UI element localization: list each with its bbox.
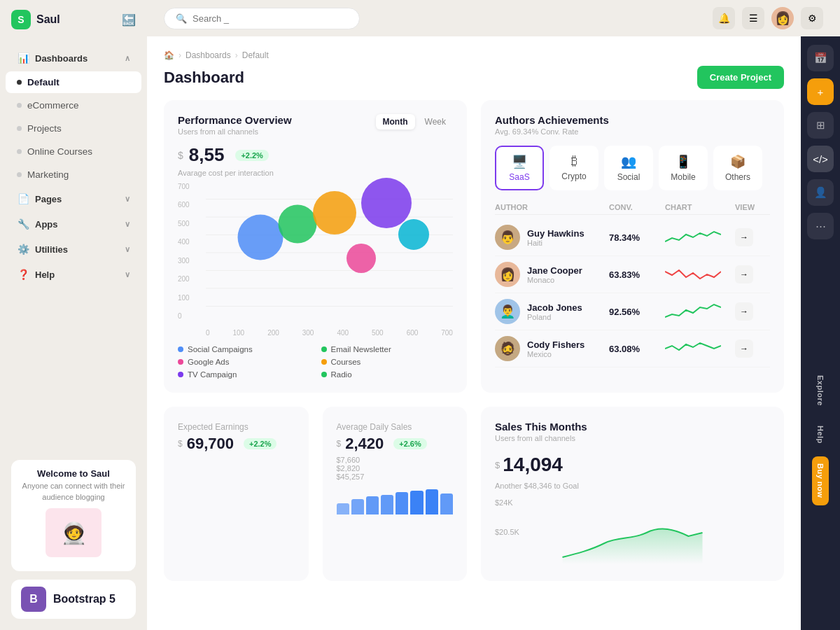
search-box[interactable]: 🔍 xyxy=(164,8,360,29)
explore-label[interactable]: Explore xyxy=(812,368,829,413)
sidebar-projects-label: Projects xyxy=(27,123,62,134)
back-icon[interactable]: 🔙 xyxy=(122,13,136,27)
tab-week[interactable]: Week xyxy=(418,114,453,130)
help-icon: ❓ xyxy=(17,268,29,281)
legend-tv: TV Campaign xyxy=(178,370,310,379)
y-high: $24K xyxy=(495,498,513,507)
tab-social[interactable]: 👥 Social xyxy=(604,146,653,190)
breadcrumb-default: Default xyxy=(242,50,269,60)
sidebar-default-label: Default xyxy=(27,77,59,88)
bubble-1 xyxy=(237,215,283,260)
breadcrumb-home-icon[interactable]: 🏠 xyxy=(164,50,174,60)
avatar-cody: 🧔 xyxy=(495,336,520,361)
user-avatar[interactable]: 👩 xyxy=(771,7,794,29)
sidebar-item-pages[interactable]: 📄 Pages ∨ xyxy=(6,187,141,211)
tab-mobile-label: Mobile xyxy=(671,172,695,182)
sidebar-item-online-courses[interactable]: Online Courses xyxy=(6,141,141,162)
sidebar-item-utilities[interactable]: ⚙️ Utilities ∨ xyxy=(6,237,141,261)
user-btn[interactable]: 👤 xyxy=(807,179,834,206)
mini-chart-4 xyxy=(665,339,735,358)
y-axis-labels: 700 600 500 400 300 200 100 0 xyxy=(178,183,190,320)
tab-social-label: Social xyxy=(617,172,640,182)
bar xyxy=(337,503,349,514)
menu-btn[interactable]: ☰ xyxy=(742,7,764,29)
grid-btn[interactable]: ⊞ xyxy=(807,112,834,139)
app-logo: S xyxy=(11,10,31,29)
author-country-3: Poland xyxy=(527,313,582,321)
legend-social: Social Campaigns xyxy=(178,345,310,354)
tab-month[interactable]: Month xyxy=(376,114,415,130)
sidebar-marketing-label: Marketing xyxy=(27,169,69,180)
view-btn-3[interactable]: → xyxy=(735,302,753,321)
page-title: Dashboard xyxy=(164,69,244,87)
help-label[interactable]: Help xyxy=(812,419,829,451)
breadcrumb-dashboards[interactable]: Dashboards xyxy=(186,50,231,60)
earnings-label: Expected Earnings xyxy=(178,422,295,432)
daily-sales-badge: +2.6% xyxy=(393,438,427,449)
sales-card: Sales This Months Users from all channel… xyxy=(481,407,784,581)
tab-crypto[interactable]: ₿ Crypto xyxy=(550,146,598,190)
settings-btn[interactable]: ⚙ xyxy=(801,7,823,29)
view-btn-1[interactable]: → xyxy=(735,228,753,246)
welcome-title: Welcome to Saul xyxy=(20,468,127,479)
tab-mobile[interactable]: 📱 Mobile xyxy=(659,146,708,190)
avatar-guy: 👨 xyxy=(495,225,520,250)
bubble-2 xyxy=(278,204,316,243)
tab-saas[interactable]: 🖥️ SaaS xyxy=(495,146,544,190)
legend-dot-courses xyxy=(321,359,327,365)
legend-dot-email xyxy=(321,346,327,352)
avatar-jane: 👩 xyxy=(495,262,520,287)
sidebar-item-help[interactable]: ❓ Help ∨ xyxy=(6,262,141,286)
chevron-icon: ∧ xyxy=(125,54,130,63)
sidebar-header: S Saul 🔙 xyxy=(0,0,147,39)
sidebar-item-marketing[interactable]: Marketing xyxy=(6,164,141,186)
view-btn-4[interactable]: → xyxy=(735,340,753,358)
search-input[interactable] xyxy=(192,13,348,24)
sidebar-item-dashboards[interactable]: 📊 Dashboards ∧ xyxy=(6,46,141,70)
sidebar-item-default[interactable]: Default xyxy=(6,71,141,93)
bubble-6 xyxy=(398,219,429,250)
bottom-left: Expected Earnings $ 69,700 +2.2% Average… xyxy=(164,407,467,581)
buy-now-btn[interactable]: Buy now xyxy=(812,456,829,505)
bubble-5 xyxy=(361,178,412,228)
authors-table-header: AUTHOR CONV. CHART VIEW xyxy=(495,200,770,215)
author-country-1: Haiti xyxy=(527,239,584,247)
author-country-2: Monaco xyxy=(527,276,582,284)
welcome-subtitle: Anyone can connect with their audience b… xyxy=(20,481,127,503)
bubble-chart: 700 600 500 400 300 200 100 0 xyxy=(178,183,453,337)
tab-others[interactable]: 📦 Others xyxy=(713,146,762,190)
sidebar-pages-label: Pages xyxy=(35,194,62,204)
notifications-btn[interactable]: 🔔 xyxy=(713,7,735,29)
author-conv-4: 63.08% xyxy=(609,344,665,354)
breadcrumb-sep2: › xyxy=(235,50,238,60)
author-country-4: Mexico xyxy=(527,350,584,358)
bar xyxy=(426,489,438,514)
chevron-down-icon: ∨ xyxy=(125,195,130,204)
bubble-4 xyxy=(346,244,376,273)
author-info-3: 👨‍🦱 Jacob Jones Poland xyxy=(495,299,609,324)
legend-google: Google Ads xyxy=(178,358,310,366)
perf-subtitle: Users from all channels xyxy=(178,127,292,136)
table-row: 👨‍🦱 Jacob Jones Poland 92.56% xyxy=(495,293,770,330)
plus-btn[interactable]: + xyxy=(807,78,834,105)
authors-subtitle: Avg. 69.34% Conv. Rate xyxy=(495,127,609,136)
sales-value: 14,094 xyxy=(503,454,563,476)
perf-metric-label: Avarage cost per interaction xyxy=(178,169,453,177)
sidebar-item-projects[interactable]: Projects xyxy=(6,118,141,139)
chart-legend: Social Campaigns Email Newsletter Google… xyxy=(178,345,453,379)
welcome-card: Welcome to Saul Anyone can connect with … xyxy=(11,460,136,571)
view-btn-2[interactable]: → xyxy=(735,265,753,284)
sales-area-chart xyxy=(495,522,770,564)
col-chart: CHART xyxy=(665,203,735,211)
crypto-tab-icon: ₿ xyxy=(571,154,578,169)
breadcrumb-sep1: › xyxy=(178,50,181,60)
code-btn[interactable]: </> xyxy=(807,146,834,172)
dots-btn[interactable]: ⋯ xyxy=(807,213,834,239)
table-row: 🧔 Cody Fishers Mexico 63.08% xyxy=(495,330,770,368)
author-name-3: Jacob Jones xyxy=(527,302,582,313)
sidebar-item-apps[interactable]: 🔧 Apps ∨ xyxy=(6,212,141,236)
sidebar-item-ecommerce[interactable]: eCommerce xyxy=(6,94,141,116)
dashboards-icon: 📊 xyxy=(17,52,29,64)
calendar-btn[interactable]: 📅 xyxy=(807,45,834,71)
create-project-button[interactable]: Create Project xyxy=(697,66,784,89)
